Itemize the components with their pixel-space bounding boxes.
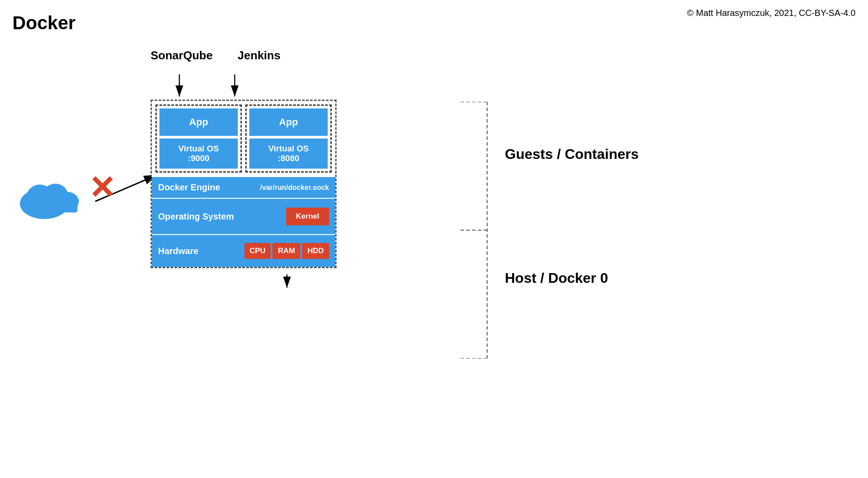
hdd-chip: HDD [302,243,329,259]
app-box-1: App [159,108,238,136]
hardware-label: Hardware [158,246,198,256]
container-jenkins: App Virtual OS:8080 [245,104,332,173]
x-mark: ✕ [89,172,115,204]
svg-rect-9 [24,201,78,212]
right-bracket-section: Guests / Containers Host / Docker 0 [461,102,496,360]
virtual-os-box-1: Virtual OS:9000 [159,139,238,169]
cpu-chip: CPU [244,243,271,259]
ram-chip: RAM [272,243,300,259]
copyright-text: © Matt Harasymczuk, 2021, CC-BY-SA-4.0 [687,8,856,18]
kernel-box: Kernel [286,208,329,225]
hardware-bar: Hardware CPU RAM HDD [152,234,335,267]
os-label: Operating System [158,212,234,222]
virtual-os-box-2: Virtual OS:8080 [249,139,328,169]
sonarqube-label: SonarQube [151,49,208,62]
cloud-icon [18,173,84,221]
page-title: Docker [12,12,75,34]
host-docker-label: Host / Docker 0 [505,270,608,286]
docker-engine-bar: Docker Engine /var/run/docker.sock [152,176,335,198]
docker-stack: App Virtual OS:9000 App Virtual OS:8080 … [151,100,337,268]
app-box-2: App [249,108,328,136]
docker-sock: /var/run/docker.sock [260,184,329,192]
jenkins-label: Jenkins [235,49,283,62]
bracket-svg [461,102,496,358]
hw-chips: CPU RAM HDD [244,243,329,259]
os-bar: Operating System Kernel [152,198,335,234]
arrow-overlay [0,0,868,478]
containers-row: App Virtual OS:9000 App Virtual OS:8080 [152,101,335,176]
guests-containers-label: Guests / Containers [505,146,639,162]
docker-engine-label: Docker Engine [158,182,220,193]
container-sonarqube: App Virtual OS:9000 [155,104,242,173]
